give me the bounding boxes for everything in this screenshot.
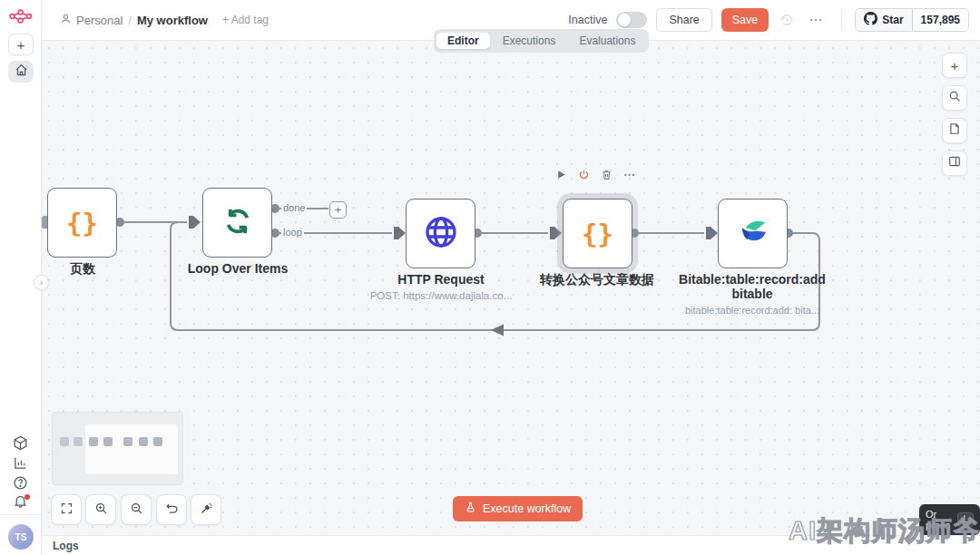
n8n-logo-icon bbox=[9, 8, 33, 28]
node-pages[interactable]: {} bbox=[47, 188, 117, 258]
save-button[interactable]: Save bbox=[721, 8, 769, 32]
more-options-button[interactable]: ⋯ bbox=[803, 12, 828, 28]
sticky-note-button[interactable] bbox=[942, 118, 967, 143]
tidy-up-button[interactable] bbox=[191, 494, 221, 525]
panel-icon bbox=[948, 155, 961, 171]
node-http-subtitle: POST: https://www.dajiala.co... bbox=[341, 290, 541, 301]
tab-evaluations[interactable]: Evaluations bbox=[568, 33, 646, 49]
code-icon: {} bbox=[582, 219, 613, 249]
canvas-search-button[interactable] bbox=[942, 85, 967, 111]
zoom-out-icon bbox=[130, 501, 143, 519]
execute-workflow-button[interactable]: Execute workflow bbox=[453, 496, 583, 521]
add-node-button[interactable]: + bbox=[329, 201, 347, 219]
power-icon[interactable] bbox=[578, 168, 591, 180]
github-icon bbox=[864, 12, 877, 28]
user-avatar[interactable]: TS bbox=[8, 524, 34, 550]
tab-editor[interactable]: Editor bbox=[436, 33, 490, 49]
sidebar-divider bbox=[0, 514, 41, 515]
globe-icon bbox=[423, 214, 459, 254]
key-badge: L bbox=[957, 512, 974, 527]
output-label-loop: loop bbox=[281, 227, 304, 238]
minimap-node bbox=[123, 437, 132, 446]
loop-icon bbox=[220, 204, 255, 242]
fit-view-icon bbox=[60, 501, 74, 519]
breadcrumb: Personal / My workflow + Add tag bbox=[60, 13, 269, 27]
n8n-app: + TS Personal bbox=[0, 0, 980, 555]
notifications-bell-icon[interactable] bbox=[13, 496, 28, 511]
workflow-status-label: Inactive bbox=[568, 14, 607, 26]
flask-icon bbox=[465, 501, 476, 516]
minimap-node bbox=[89, 437, 98, 446]
node-bitable-label: Bitable:table:record:add bitable bbox=[671, 272, 834, 301]
output-label-done: done bbox=[281, 202, 307, 213]
node-bitable-subtitle: bitable:table:record:add: bita... bbox=[652, 305, 852, 316]
share-button[interactable]: Share bbox=[656, 8, 711, 32]
node-transform-articles[interactable]: {} bbox=[563, 199, 632, 268]
node-pages-label: 页数 bbox=[42, 261, 164, 276]
code-icon: {} bbox=[66, 208, 98, 239]
node-transform-label: 转换公众号文章数据 bbox=[515, 272, 679, 287]
insights-icon[interactable] bbox=[13, 455, 29, 472]
node-loop-over-items[interactable] bbox=[202, 188, 272, 258]
templates-icon[interactable] bbox=[13, 435, 29, 452]
workflow-name[interactable]: My workflow bbox=[137, 14, 208, 27]
tab-executions[interactable]: Executions bbox=[492, 33, 567, 49]
minimap-viewport[interactable] bbox=[85, 424, 178, 474]
trash-icon[interactable] bbox=[601, 168, 613, 180]
shortcut-tooltip: Or press L bbox=[919, 504, 980, 535]
github-star-count: 157,895 bbox=[913, 9, 968, 31]
person-icon bbox=[60, 13, 72, 27]
bitable-icon bbox=[735, 214, 771, 254]
breadcrumb-separator: / bbox=[128, 14, 132, 27]
help-icon[interactable] bbox=[13, 475, 29, 492]
collapse-sidebar-button[interactable]: › bbox=[34, 275, 49, 290]
notification-badge bbox=[24, 494, 30, 500]
zoom-out-button[interactable] bbox=[121, 494, 152, 525]
view-tabs: Editor Executions Evaluations bbox=[434, 29, 649, 53]
toggle-knob bbox=[618, 14, 631, 26]
reset-zoom-button[interactable] bbox=[156, 494, 187, 525]
minimap-node bbox=[74, 437, 83, 446]
node-http-label: HTTP Request bbox=[359, 272, 523, 287]
history-icon bbox=[779, 13, 794, 27]
plus-icon: + bbox=[951, 58, 959, 73]
github-star-label: Star bbox=[882, 14, 903, 26]
node-loop-label: Loop Over Items bbox=[156, 261, 319, 276]
workflow-canvas[interactable]: {} 页数 Loop Over Items done loop + HTTP R… bbox=[42, 41, 980, 535]
create-workflow-button[interactable]: + bbox=[8, 34, 34, 55]
play-icon[interactable] bbox=[555, 168, 568, 180]
node-more-icon[interactable]: ⋯ bbox=[623, 168, 636, 180]
logs-panel-header: Logs bbox=[42, 535, 980, 555]
wand-icon bbox=[200, 501, 213, 519]
zoom-in-icon bbox=[94, 501, 108, 519]
minimap-node bbox=[153, 437, 162, 446]
header-divider bbox=[841, 10, 842, 30]
canvas-add-node-button[interactable]: + bbox=[942, 53, 967, 78]
toggle-panel-button[interactable] bbox=[942, 151, 967, 176]
logs-label[interactable]: Logs bbox=[53, 540, 79, 552]
node-toolbar: ⋯ bbox=[555, 168, 636, 180]
minimap-node bbox=[139, 437, 148, 446]
minimap-node bbox=[60, 437, 69, 446]
minimap-node bbox=[103, 437, 113, 446]
node-http-request[interactable] bbox=[406, 199, 475, 268]
breadcrumb-project[interactable]: Personal bbox=[60, 13, 122, 27]
sidebar-item-overview[interactable] bbox=[8, 61, 34, 83]
activate-toggle[interactable] bbox=[616, 12, 647, 28]
node-bitable[interactable] bbox=[718, 199, 788, 268]
home-icon bbox=[15, 63, 28, 81]
github-star-widget[interactable]: Star 157,895 bbox=[855, 8, 969, 32]
undo-icon bbox=[165, 501, 179, 519]
note-icon bbox=[948, 122, 961, 139]
search-icon bbox=[948, 90, 961, 106]
zoom-in-button[interactable] bbox=[85, 494, 116, 525]
minimap[interactable] bbox=[52, 412, 183, 485]
add-tag-button[interactable]: + Add tag bbox=[222, 14, 269, 26]
zoom-to-fit-button[interactable] bbox=[51, 494, 82, 525]
